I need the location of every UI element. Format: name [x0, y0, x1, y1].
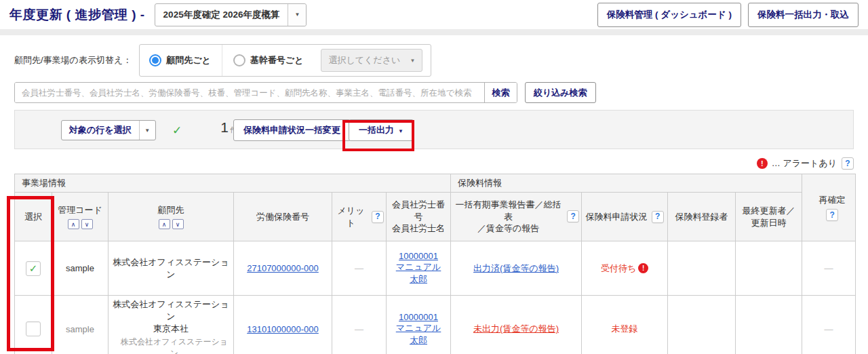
client-name: 株式会社オフィスステーション: [113, 256, 229, 281]
cell-kanri-code: sample: [52, 296, 108, 354]
table-row: sample 株式会社オフィスステーション 東京本社 株式会社オフィスステーショ…: [15, 296, 856, 354]
chevron-down-icon: ▼: [398, 128, 403, 134]
col-refinal: 再確定 ?: [802, 174, 856, 241]
display-switch-row: 顧問先/事業場の表示切替え： 顧問先ごと 基幹番号ごと 選択してください ▼: [14, 44, 868, 77]
cell-member: 10000001 マニュアル 太郎: [387, 296, 451, 354]
select-rows-dropdown[interactable]: 対象の行を選択 ▼: [61, 120, 156, 140]
help-icon[interactable]: ?: [826, 209, 838, 221]
year-select-value: 2025年度確定 2026年度概算: [155, 4, 288, 26]
alert-icon: !: [638, 263, 648, 273]
action-bar: 対象の行を選択 ▼ ✓ 1件 保険料申請状況一括変更 一括出力▼: [14, 110, 854, 149]
sort-desc-icon[interactable]: ∨: [172, 219, 184, 229]
col-kanri-label: 管理コード: [54, 204, 106, 216]
col-member: 会員社労士番号 会員社労士名: [387, 193, 451, 241]
cell-status: 未登録: [582, 296, 668, 354]
report-link[interactable]: 出力済(賃金等の報告): [473, 263, 559, 273]
radio-unselected-icon: [233, 54, 245, 66]
row-checkbox-unchecked[interactable]: [26, 321, 41, 336]
help-icon[interactable]: ?: [652, 211, 664, 223]
number-select-dropdown[interactable]: 選択してください ▼: [321, 49, 422, 72]
col-refinal-label: 再確定: [809, 194, 855, 206]
cell-client: 株式会社オフィスステーション 東京本社 株式会社オフィスステーション: [108, 296, 234, 354]
col-merit-label: メリット: [334, 205, 368, 229]
radio-selected-icon: [149, 54, 161, 66]
dashboard-button[interactable]: 保険料管理 ( ダッシュボード ): [597, 3, 741, 27]
client-name-line2: 東京本社: [113, 323, 229, 335]
member-name-link[interactable]: マニュアル 太郎: [396, 262, 441, 284]
status-text: 受付待ち: [601, 262, 636, 275]
page-header: 年度更新 ( 進捗管理 ) - 2025年度確定 2026年度概算 ▼ 保険料管…: [0, 0, 868, 35]
page-title: 年度更新 ( 進捗管理 ) -: [9, 6, 145, 24]
cell-kanri-code: sample: [52, 241, 108, 296]
col-select: 選択: [15, 193, 52, 241]
alert-icon: !: [757, 158, 768, 169]
col-client-label: 顧問先: [111, 204, 231, 216]
selected-count-value: 1: [220, 119, 229, 135]
radio-by-client-label: 顧問先ごと: [166, 54, 211, 66]
cell-merit: ―: [332, 241, 387, 296]
display-switch-label: 顧問先/事業場の表示切替え：: [14, 54, 132, 66]
search-row: 検索 絞り込み検索: [14, 82, 854, 103]
sort-desc-icon[interactable]: ∨: [81, 219, 93, 229]
group-insurance-info: 保険料情報: [451, 174, 802, 193]
cell-report: 未出力(賃金等の報告): [451, 296, 582, 354]
table-row: ✓ sample 株式会社オフィスステーション 27107000000-000 …: [15, 241, 856, 296]
chevron-down-icon: ▼: [139, 121, 155, 140]
bulk-io-button[interactable]: 保険料一括出力・取込: [748, 3, 859, 27]
cell-select: [15, 296, 52, 354]
chevron-down-icon: ▼: [288, 4, 306, 26]
col-status: 保険料申請状況 ?: [582, 193, 668, 241]
radio-by-number-label: 基幹番号ごと: [250, 54, 304, 66]
bulk-status-change-button[interactable]: 保険料申請状況一括変更: [233, 119, 351, 141]
help-icon[interactable]: ?: [842, 157, 854, 170]
selected-count: 1件: [205, 119, 237, 136]
col-member-name-label: 会員社労士名: [389, 222, 448, 235]
select-rows-label: 対象の行を選択: [62, 121, 139, 140]
radio-by-client[interactable]: 顧問先ごと: [148, 45, 222, 76]
cell-member: 10000001 マニュアル 太郎: [387, 241, 451, 296]
chevron-down-icon: ▼: [410, 58, 416, 64]
alert-legend-text: … アラートあり: [772, 157, 837, 170]
cell-rodo-hoken-no: 13101000000-000: [234, 296, 332, 354]
bulk-export-button[interactable]: 一括出力▼: [349, 119, 414, 141]
merit-dash: ―: [355, 263, 363, 273]
cell-registrant: [668, 296, 736, 354]
row-checkbox-checked[interactable]: ✓: [26, 261, 41, 276]
cell-registrant: [668, 241, 736, 296]
refinal-dash: ―: [825, 324, 833, 334]
cell-client: 株式会社オフィスステーション: [108, 241, 234, 296]
advanced-search-button[interactable]: 絞り込み検索: [525, 82, 596, 103]
selection-check-icon: ✓: [172, 123, 182, 138]
year-select-dropdown[interactable]: 2025年度確定 2026年度概算 ▼: [155, 3, 307, 26]
help-icon[interactable]: ?: [567, 210, 579, 222]
rodo-hoken-link[interactable]: 13101000000-000: [247, 324, 319, 334]
cell-select: ✓: [15, 241, 52, 296]
bulk-export-label: 一括出力: [359, 125, 394, 135]
status-text: 未登録: [612, 323, 638, 334]
report-link[interactable]: 未出力(賃金等の報告): [473, 323, 559, 334]
col-client: 顧問先 ∧ ∨: [108, 193, 234, 241]
group-business-info: 事業場情報: [15, 174, 451, 193]
member-no-link[interactable]: 10000001: [391, 251, 446, 261]
search-button[interactable]: 検索: [484, 83, 517, 102]
member-no-link[interactable]: 10000001: [391, 312, 446, 322]
col-report: 一括有期事業報告書／総括表 ／賃金等の報告 ?: [451, 193, 582, 241]
cell-updated: [736, 296, 802, 354]
col-registrant: 保険料登録者: [668, 193, 736, 241]
cell-status: 受付待ち !: [582, 241, 668, 296]
sort-asc-icon[interactable]: ∧: [68, 219, 79, 229]
number-select-placeholder: 選択してください: [328, 54, 400, 66]
refinal-dash: ―: [825, 263, 833, 273]
search-field-group: 検索: [14, 82, 517, 103]
radio-by-number[interactable]: 基幹番号ごと: [222, 45, 315, 76]
sort-asc-icon[interactable]: ∧: [159, 219, 170, 229]
rodo-hoken-link[interactable]: 27107000000-000: [247, 263, 319, 273]
cell-refinal: ―: [802, 241, 856, 296]
member-name-link[interactable]: マニュアル 太郎: [396, 323, 441, 345]
client-sub-name: 株式会社オフィスステーション: [113, 336, 229, 354]
display-switch-box: 顧問先ごと 基幹番号ごと 選択してください ▼: [139, 44, 431, 77]
search-input[interactable]: [15, 83, 484, 102]
help-icon[interactable]: ?: [372, 211, 384, 223]
col-updated: 最終更新者／ 更新日時: [736, 193, 802, 241]
col-report-line1: 一括有期事業報告書／総括表: [453, 199, 564, 222]
